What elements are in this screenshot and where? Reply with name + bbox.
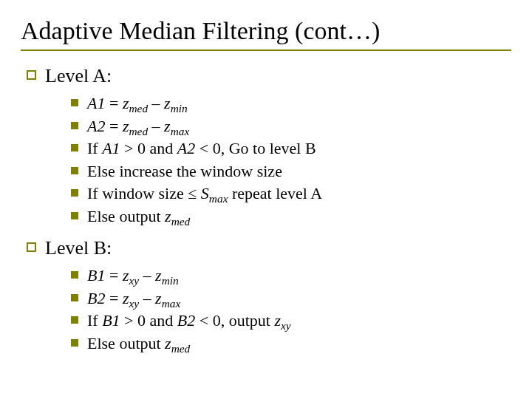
list-item: A2 = zmed – zmax: [71, 116, 511, 137]
list-item: Else output zmed: [71, 333, 511, 354]
square-open-bullet-icon: [27, 242, 36, 252]
list-item-text: Else increase the window size: [87, 161, 282, 182]
list-item: B2 = zxy – zmax: [71, 288, 511, 309]
list-item-text: B2 = zxy – zmax: [87, 288, 180, 309]
title-underline: [21, 50, 511, 51]
list-item: If A1 > 0 and A2 < 0, Go to level B: [71, 138, 511, 159]
list-item-text: A2 = zmed – zmax: [87, 116, 189, 137]
square-solid-bullet-icon: [71, 167, 78, 174]
sublist-level-b: B1 = zxy – zmin B2 = zxy – zmax If B1 > …: [71, 265, 511, 353]
page-title: Adaptive Median Filtering (cont…): [21, 16, 511, 45]
section-label: Level A:: [45, 64, 112, 87]
list-item: Else increase the window size: [71, 161, 511, 182]
list-item-text: If window size ≤ Smax repeat level A: [87, 183, 322, 204]
list-item-text: If A1 > 0 and A2 < 0, Go to level B: [87, 138, 316, 159]
list-item: If B1 > 0 and B2 < 0, output zxy: [71, 310, 511, 331]
list-item: B1 = zxy – zmin: [71, 265, 511, 286]
square-solid-bullet-icon: [71, 144, 78, 151]
square-solid-bullet-icon: [71, 189, 78, 197]
slide: Adaptive Median Filtering (cont…) Level …: [0, 0, 532, 378]
list-item: Level A:: [27, 64, 511, 87]
list-item-text: Else output zmed: [87, 206, 190, 227]
square-solid-bullet-icon: [71, 99, 78, 106]
sublist-level-a: A1 = zmed – zmin A2 = zmed – zmax If A1 …: [71, 93, 511, 226]
square-solid-bullet-icon: [71, 122, 78, 129]
square-solid-bullet-icon: [71, 316, 78, 324]
list-item-text: B1 = zxy – zmin: [87, 265, 179, 286]
square-solid-bullet-icon: [71, 271, 78, 279]
list-item: Else output zmed: [71, 206, 511, 227]
square-open-bullet-icon: [27, 70, 36, 80]
section-label: Level B:: [45, 236, 112, 259]
list-item-text: Else output zmed: [87, 333, 190, 354]
list-item: A1 = zmed – zmin: [71, 93, 511, 114]
list-item-text: If B1 > 0 and B2 < 0, output zxy: [87, 310, 291, 331]
list-item: If window size ≤ Smax repeat level A: [71, 183, 511, 204]
square-solid-bullet-icon: [71, 339, 78, 347]
list-item-text: A1 = zmed – zmin: [87, 93, 188, 114]
section-level-b: Level B: B1 = zxy – zmin B2 = zxy – zmax…: [27, 236, 511, 353]
section-level-a: Level A: A1 = zmed – zmin A2 = zmed – zm…: [27, 64, 511, 226]
square-solid-bullet-icon: [71, 294, 78, 301]
list-item: Level B:: [27, 236, 511, 259]
square-solid-bullet-icon: [71, 212, 78, 219]
